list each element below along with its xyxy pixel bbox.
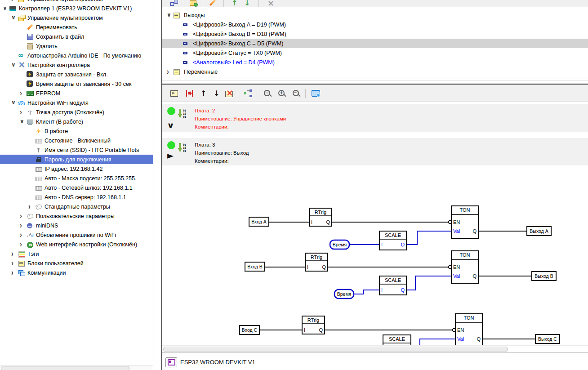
tree-item[interactable]: Пароль для подключения: [0, 155, 153, 164]
tree-item[interactable]: Авто - DNS сервер: 192.168.1.1: [0, 192, 153, 202]
folders-icon: [18, 14, 25, 21]
block-pin-label: Q: [326, 219, 330, 225]
add-item-button[interactable]: [189, 0, 199, 7]
edit-item-icon: [208, 0, 218, 7]
tree-item[interactable]: Переименовать: [0, 22, 153, 32]
board-info-line: Наименование: Управление кнопками: [195, 116, 286, 122]
io-group-row[interactable]: ›Переменные: [162, 67, 588, 76]
io-group-label: Переменные: [184, 68, 218, 76]
expand-icon[interactable]: ›: [20, 88, 26, 99]
expand-icon[interactable]: ›: [28, 201, 35, 213]
tree-item[interactable]: IP адрес: 192.168.1.42: [0, 164, 153, 174]
tree-item[interactable]: ›EEPROM: [0, 89, 153, 98]
board-io-icon: [177, 143, 189, 154]
move-down-icon: [242, 0, 252, 7]
web-icon: [27, 241, 34, 248]
hierarchy-button[interactable]: [169, 0, 179, 7]
tree-item[interactable]: Авто - Сетевой шлюз: 192.168.1.1: [0, 183, 153, 192]
block-pin-label: I: [311, 219, 312, 225]
zoom-actual-button[interactable]: [292, 89, 302, 98]
block-title: RTrig: [315, 210, 326, 215]
tree-item[interactable]: Имя сети (SSID) - HTC Portable Hots: [0, 145, 153, 155]
antenna-icon: [27, 109, 34, 116]
board-header[interactable]: Плата: 3Наименование: ВыходКомментарии:: [162, 138, 588, 165]
collapse-icon[interactable]: ∨: [167, 11, 172, 19]
io-item-label: <Цифровой> Статус = TX0 (PWM): [193, 49, 282, 57]
board-down-button[interactable]: [212, 89, 222, 98]
zoom-in-button[interactable]: [277, 89, 287, 98]
edit-item-button[interactable]: [208, 0, 218, 7]
io-item-row[interactable]: <Цифровой> Статус = TX0 (PWM): [162, 48, 588, 58]
block-title: TON: [463, 315, 474, 321]
toolbar-separator: [238, 89, 238, 98]
tree-item[interactable]: ›Точка доступа (Отключён): [0, 107, 153, 117]
insert-board-button[interactable]: [185, 89, 195, 98]
io-item-row[interactable]: <Цифровой> Выход C = D5 (PWM): [162, 39, 588, 48]
controller-workspace-panel: ∨Выходы<Цифровой> Выход A = D19 (PWM)<Ци…: [161, 0, 588, 370]
show-panel-button[interactable]: [311, 89, 321, 98]
tree-item[interactable]: ›Web интерфейс настройки (Отключён): [0, 240, 153, 249]
expand-icon[interactable]: ›: [167, 66, 173, 77]
scheme-tree-button[interactable]: [244, 89, 254, 98]
tree-item[interactable]: Автонастройка Arduino IDE - По умолчанию: [0, 51, 153, 60]
toolbar-separator: [305, 89, 306, 98]
block-title: SCALE: [385, 277, 401, 283]
tree-item[interactable]: ∨Настройки контроллера: [0, 60, 153, 70]
tree-item-label: Время защиты от зависания - 30 сек: [36, 80, 131, 88]
expand-icon[interactable]: ›: [20, 107, 26, 118]
tree-item[interactable]: Состояние - Включенный: [0, 136, 153, 145]
collapse-icon[interactable]: ∨: [11, 61, 17, 69]
tree-horizontal-scrollbar[interactable]: [0, 365, 153, 370]
tree-item[interactable]: ∨Клиент (В работе): [0, 117, 153, 126]
collapse-icon[interactable]: ∨: [3, 4, 8, 12]
show-panel-icon: [311, 89, 321, 98]
controller-tab-title[interactable]: ESP32 WROOM DEVKIT V1: [180, 359, 255, 366]
tagset-icon: [27, 213, 34, 219]
io-box-label: Вход B: [247, 264, 263, 269]
tree-item[interactable]: ›Тэги: [0, 249, 153, 259]
move-down-button[interactable]: [242, 0, 252, 7]
tree-item[interactable]: ∨Управление мультипроектом: [0, 13, 153, 22]
move-up-button[interactable]: [230, 0, 240, 7]
scrollbar-thumb[interactable]: [1, 366, 129, 370]
io-item-row[interactable]: <Аналоговый> Led = D4 (PWM): [162, 58, 588, 67]
board-expanded-arrow-icon[interactable]: [168, 121, 174, 129]
io-group-row[interactable]: ∨Выходы: [162, 10, 588, 20]
tree-item[interactable]: Сохранить в файл: [0, 32, 153, 41]
collapse-icon[interactable]: ∨: [20, 118, 25, 125]
io-item-row[interactable]: <Цифровой> Выход B = D18 (PWM): [162, 29, 588, 39]
tags-icon: [18, 250, 25, 257]
toolbar-separator: [184, 0, 184, 7]
panel-splitter[interactable]: [162, 84, 588, 85]
board-collapsed-arrow-icon[interactable]: [168, 152, 173, 160]
scrollbar-thumb[interactable]: [163, 347, 508, 352]
delete-item-button[interactable]: [266, 0, 276, 7]
tree-item-label: Авто - Маска подсети: 255.255.255.: [45, 175, 136, 182]
board-header[interactable]: Плата: 2Наименование: Управление кнопкам…: [162, 104, 588, 132]
collapse-icon[interactable]: ∨: [11, 99, 17, 107]
zoom-out-button[interactable]: [263, 89, 273, 98]
tree-item[interactable]: ›Коммуникации: [0, 268, 153, 277]
scheme-tree-icon: [244, 89, 254, 98]
keypad-icon: [35, 175, 42, 182]
delete-board-button[interactable]: [225, 89, 235, 98]
board-up-button[interactable]: [199, 89, 209, 98]
block-pin-label: Q: [322, 264, 326, 270]
tree-item[interactable]: Удалить: [0, 41, 153, 51]
io-item-row[interactable]: <Цифровой> Выход A = D19 (PWM): [162, 20, 588, 29]
tree-item-label: Обновление прошивки по WiFi: [36, 232, 116, 239]
expand-icon[interactable]: ›: [20, 239, 26, 250]
expand-icon[interactable]: ›: [11, 267, 18, 279]
tree-item[interactable]: ›Управление мультипроектом: [0, 0, 153, 4]
tree-item[interactable]: Авто - Маска подсети: 255.255.255.: [0, 174, 153, 183]
delete-item-icon: [266, 0, 276, 7]
tree-item[interactable]: Защита от зависания - Вкл.: [0, 70, 153, 79]
block-title: RTrig: [311, 254, 322, 260]
board-io-icon: [177, 108, 189, 120]
tree-item[interactable]: В работе: [0, 126, 153, 136]
tree-item[interactable]: ∨Контроллер 1 (ESP32 WROOM DEVKIT V1): [0, 4, 153, 13]
add-board-button[interactable]: [170, 89, 180, 98]
scheme-horizontal-scrollbar[interactable]: [162, 345, 588, 352]
collapse-icon[interactable]: ∨: [11, 14, 17, 22]
tree-item[interactable]: ›Блоки пользователей: [0, 259, 153, 268]
